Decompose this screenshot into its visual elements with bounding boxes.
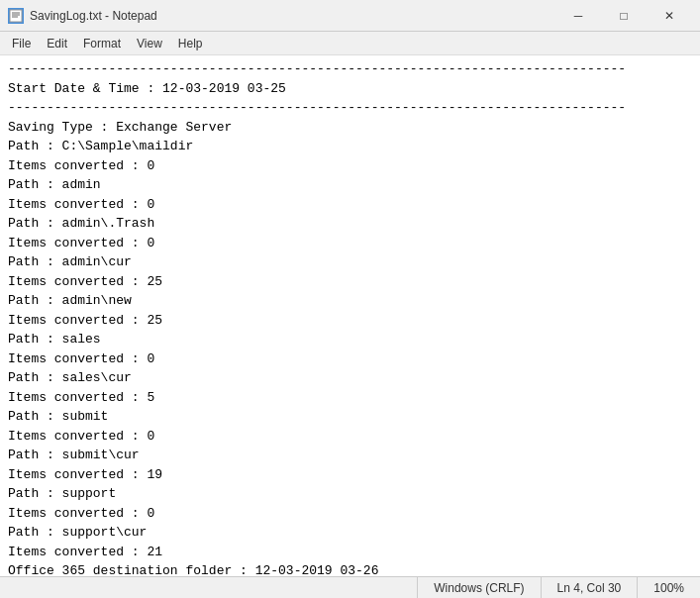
menu-format[interactable]: Format: [75, 32, 129, 54]
menu-help[interactable]: Help: [170, 32, 211, 54]
status-encoding: Windows (CRLF): [417, 577, 540, 598]
minimize-button[interactable]: ─: [555, 0, 601, 32]
window-controls: ─ □ ✕: [555, 0, 692, 32]
maximize-button[interactable]: □: [601, 0, 647, 32]
close-button[interactable]: ✕: [647, 0, 692, 32]
status-bar: Windows (CRLF) Ln 4, Col 30 100%: [0, 576, 700, 598]
status-line-col: Ln 4, Col 30: [541, 577, 638, 598]
editor-container: ----------------------------------------…: [0, 55, 700, 576]
title-bar: SavingLog.txt - Notepad ─ □ ✕: [0, 0, 700, 32]
window-title: SavingLog.txt - Notepad: [30, 9, 555, 23]
menu-edit[interactable]: Edit: [39, 32, 75, 54]
menu-file[interactable]: File: [4, 32, 39, 54]
editor-content[interactable]: ----------------------------------------…: [0, 55, 700, 576]
app-icon: [8, 8, 24, 24]
status-zoom: 100%: [637, 577, 700, 598]
menu-view[interactable]: View: [129, 32, 170, 54]
svg-rect-0: [10, 10, 22, 22]
menu-bar: File Edit Format View Help: [0, 32, 700, 55]
